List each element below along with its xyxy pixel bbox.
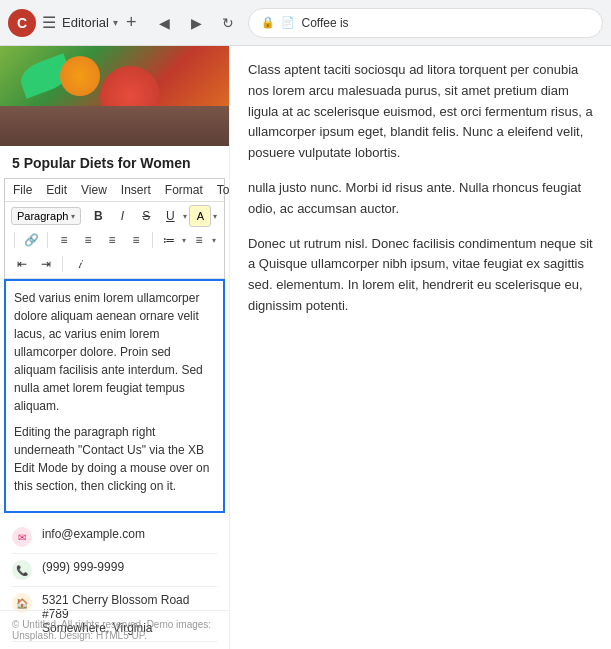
unordered-list-button[interactable]: ≡ [188,229,210,251]
email-icon: ✉ [12,527,32,547]
food-circle-orange [60,56,100,96]
content-paragraph-2: Editing the paragraph right underneath "… [14,423,215,495]
address-bar[interactable]: 🔒 📄 Coffee is [248,8,603,38]
strikethrough-button[interactable]: S [135,205,157,227]
paragraph-dropdown-arrow: ▾ [71,212,75,221]
contact-phone: (999) 999-9999 [42,560,124,574]
main-layout: 5 Popular Diets for Women File Edit View… [0,46,611,649]
page-icon: 📄 [281,16,295,29]
refresh-button[interactable]: ↻ [214,9,242,37]
page-title-text: Coffee is [301,16,348,30]
align-right-button[interactable]: ≡ [101,229,123,251]
site-title: Editorial ▾ [62,15,118,30]
nav-buttons: ◀ ▶ ↻ [150,9,242,37]
food-base [0,106,229,146]
contact-email-item: ✉ info@example.com [12,521,217,554]
italic-style-button[interactable]: 𝑖 [68,253,90,275]
align-left-button[interactable]: ≡ [53,229,75,251]
article-title: 5 Popular Diets for Women [0,146,229,178]
lock-icon: 🔒 [261,16,275,29]
menu-insert[interactable]: Insert [121,183,151,197]
ul-dropdown-arrow[interactable]: ▾ [212,236,216,245]
align-justify-button[interactable]: ≡ [125,229,147,251]
left-panel: 5 Popular Diets for Women File Edit View… [0,46,230,649]
hamburger-icon[interactable]: ☰ [42,13,56,32]
menu-view[interactable]: View [81,183,107,197]
outdent-button[interactable]: ⇤ [11,253,33,275]
right-paragraph-3: Donec ut rutrum nisl. Donec facilisis co… [248,234,593,317]
link-button[interactable]: 🔗 [20,229,42,251]
separator-4 [62,256,63,272]
menu-format[interactable]: Format [165,183,203,197]
menu-file[interactable]: File [13,183,32,197]
contact-email: info@example.com [42,527,145,541]
menu-edit[interactable]: Edit [46,183,67,197]
highlight-arrow[interactable]: ▾ [213,212,217,221]
back-button[interactable]: ◀ [150,9,178,37]
new-tab-button[interactable]: + [126,12,137,33]
format-toolbar: Paragraph ▾ B I S U ▾ A ▾ 🔗 ≡ ≡ ≡ ≡ ≔ ▾ [5,202,224,279]
separator-2 [47,232,48,248]
right-paragraph-1: Class aptent taciti sociosqu ad litora t… [248,60,593,164]
content-editable-area[interactable]: Sed varius enim lorem ullamcorper dolore… [4,279,225,513]
separator-1 [14,232,15,248]
content-paragraph-1: Sed varius enim lorem ullamcorper dolore… [14,289,215,415]
footer-text: © Untitled. All rights reserved. Demo im… [12,619,211,641]
highlight-button[interactable]: A [189,205,211,227]
italic-button[interactable]: I [111,205,133,227]
footer-section: © Untitled. All rights reserved. Demo im… [0,610,229,649]
separator-3 [152,232,153,248]
chevron-down-icon: ▾ [113,17,118,28]
menu-bar: File Edit View Insert Format Tools Table… [5,179,224,202]
align-center-button[interactable]: ≡ [77,229,99,251]
underline-button[interactable]: U [159,205,181,227]
right-panel: Class aptent taciti sociosqu ad litora t… [230,46,611,649]
indent-button[interactable]: ⇥ [35,253,57,275]
hero-image [0,46,229,146]
bold-button[interactable]: B [87,205,109,227]
ol-dropdown-arrow[interactable]: ▾ [182,236,186,245]
right-paragraph-2: nulla justo nunc. Morbi id risus ante. N… [248,178,593,220]
editor-toolbar-wrap: File Edit View Insert Format Tools Table… [4,178,225,279]
ordered-list-button[interactable]: ≔ [158,229,180,251]
browser-logo: C [8,9,36,37]
phone-icon: 📞 [12,560,32,580]
menu-tools[interactable]: Tools [217,183,230,197]
paragraph-style-select[interactable]: Paragraph ▾ [11,207,81,225]
text-color-arrow[interactable]: ▾ [183,212,187,221]
contact-phone-item: 📞 (999) 999-9999 [12,554,217,587]
hero-image-bg [0,46,229,146]
forward-button[interactable]: ▶ [182,9,210,37]
browser-bar: C ☰ Editorial ▾ + ◀ ▶ ↻ 🔒 📄 Coffee is [0,0,611,46]
